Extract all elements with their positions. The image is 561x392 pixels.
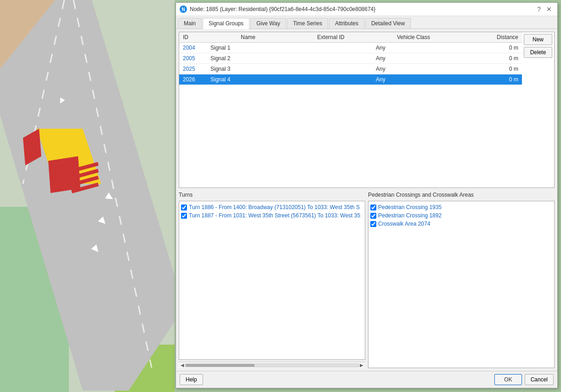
crosswalks-section: Pedestrian Crossings and Crosswalk Areas… (368, 191, 555, 368)
turns-list: Turn 1886 - From 1400: Broadway (7131020… (179, 201, 365, 360)
delete-signal-button[interactable]: Delete (524, 47, 552, 58)
tab-detailed-view[interactable]: Detailed View (365, 18, 411, 28)
help-button[interactable]: Help (180, 374, 203, 385)
crosswalk-checkbox[interactable] (370, 205, 376, 210)
signal-external-id (289, 74, 372, 85)
col-header-vclass: Vehicle Class (372, 32, 455, 43)
signal-table-wrapper: ID Name External ID Vehicle Class Distan… (179, 32, 522, 187)
turn-label[interactable]: Turn 1886 - From 1400: Broadway (7131020… (189, 204, 360, 210)
signal-distance: 0 m (455, 43, 522, 53)
signal-vehicle-class: Any (372, 74, 455, 85)
crosswalks-title: Pedestrian Crossings and Crosswalk Areas (368, 191, 555, 199)
scrollbar-thumb (186, 364, 255, 367)
tab-give-way[interactable]: Give Way (250, 18, 286, 28)
signal-id: 2004 (179, 43, 207, 53)
node-dialog: N Node: 1885 (Layer: Residential) {90cf2… (176, 2, 558, 388)
crosswalk-label[interactable]: Pedestrian Crossing 1892 (378, 212, 442, 219)
signal-table-row[interactable]: 2005 Signal 2 Any 0 m (179, 53, 522, 64)
crosswalk-checkbox[interactable] (370, 221, 376, 227)
title-icon: N (180, 6, 187, 13)
signal-table-row[interactable]: 2004 Signal 1 Any 0 m (179, 43, 522, 53)
signal-distance: 0 m (455, 64, 522, 74)
signal-id: 2025 (179, 64, 207, 74)
col-header-extid: External ID (289, 32, 372, 43)
turn-item[interactable]: Turn 1887 - From 1031: West 35th Street … (181, 211, 363, 220)
scroll-left-button[interactable]: ◀ (180, 363, 185, 368)
crosswalk-label[interactable]: Pedestrian Crossing 1935 (378, 204, 442, 210)
signal-name: Signal 2 (207, 53, 289, 64)
dialog-title: Node: 1885 (Layer: Residential) {90cf21a… (190, 6, 375, 12)
signal-table: ID Name External ID Vehicle Class Distan… (179, 32, 522, 85)
signal-vehicle-class: Any (372, 53, 455, 64)
turn-label[interactable]: Turn 1887 - From 1031: West 35th Street … (189, 212, 360, 219)
signal-id: 2005 (179, 53, 207, 64)
signal-external-id (289, 53, 372, 64)
col-header-name: Name (207, 32, 289, 43)
dialog-content: ID Name External ID Vehicle Class Distan… (176, 29, 557, 371)
signal-vehicle-class: Any (372, 64, 455, 74)
col-header-id: ID (179, 32, 207, 43)
crosswalks-list: Pedestrian Crossing 1935Pedestrian Cross… (368, 201, 555, 368)
help-dialog-button[interactable]: ? (535, 6, 543, 13)
signal-distance: 0 m (455, 53, 522, 64)
scroll-right-button[interactable]: ▶ (359, 363, 364, 368)
bottom-panels: Turns Turn 1886 - From 1400: Broadway (7… (179, 191, 555, 368)
cancel-button[interactable]: Cancel (525, 374, 554, 385)
crosswalk-item[interactable]: Pedestrian Crossing 1892 (370, 211, 552, 220)
turn-item[interactable]: Turn 1886 - From 1400: Broadway (7131020… (181, 203, 363, 211)
tab-signal-groups[interactable]: Signal Groups (203, 18, 249, 29)
turns-title: Turns (179, 191, 365, 199)
scrollbar-track[interactable] (185, 364, 359, 367)
dialog-footer: Help OK Cancel (176, 371, 557, 388)
turn-checkbox[interactable] (181, 213, 187, 219)
ok-button[interactable]: OK (494, 374, 521, 385)
signal-id: 2026 (179, 74, 207, 85)
signal-table-row[interactable]: 2026 Signal 4 Any 0 m (179, 74, 522, 85)
tab-main[interactable]: Main (178, 18, 202, 28)
signal-name: Signal 3 (207, 64, 289, 74)
new-signal-button[interactable]: New (524, 34, 552, 45)
turns-scrollbar[interactable]: ◀ ▶ (179, 362, 365, 368)
crosswalk-label[interactable]: Crosswalk Area 2074 (378, 221, 430, 227)
col-header-distance: Distance (455, 32, 522, 43)
turn-checkbox[interactable] (181, 205, 187, 210)
signal-name: Signal 1 (207, 43, 289, 53)
crosswalk-item[interactable]: Crosswalk Area 2074 (370, 220, 552, 228)
dialog-titlebar: N Node: 1885 (Layer: Residential) {90cf2… (176, 3, 557, 16)
signal-distance: 0 m (455, 74, 522, 85)
signal-table-section: ID Name External ID Vehicle Class Distan… (179, 32, 555, 188)
close-dialog-button[interactable]: ✕ (544, 6, 554, 13)
tab-attributes[interactable]: Attributes (329, 18, 364, 28)
crosswalk-item[interactable]: Pedestrian Crossing 1935 (370, 203, 552, 211)
crosswalk-checkbox[interactable] (370, 213, 376, 219)
table-actions: New Delete (522, 32, 554, 187)
signal-external-id (289, 64, 372, 74)
tab-bar: Main Signal Groups Give Way Time Series … (176, 16, 557, 29)
signal-external-id (289, 43, 372, 53)
turns-section: Turns Turn 1886 - From 1400: Broadway (7… (179, 191, 365, 368)
signal-name: Signal 4 (207, 74, 289, 85)
tab-time-series[interactable]: Time Series (287, 18, 329, 28)
map-background: ▲ ▶ ▶ ▶ (0, 0, 175, 392)
signal-table-row[interactable]: 2025 Signal 3 Any 0 m (179, 64, 522, 74)
svg-marker-9 (48, 156, 80, 193)
signal-vehicle-class: Any (372, 43, 455, 53)
